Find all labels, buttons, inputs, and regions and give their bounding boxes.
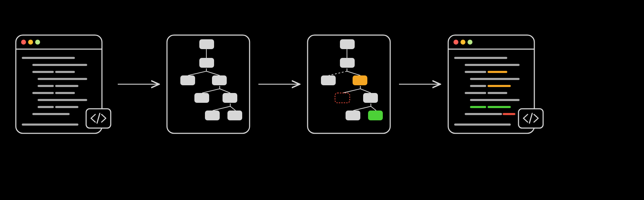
tree-node-deleted [335, 93, 350, 103]
tree-node [340, 58, 355, 68]
tree-node-added [368, 111, 383, 120]
traffic-light-red-icon [21, 40, 26, 45]
traffic-light-yellow-icon [28, 40, 33, 45]
stage-source-code [16, 35, 111, 133]
diagram-canvas [0, 0, 644, 200]
code-badge-icon [519, 109, 543, 128]
tree-node [180, 75, 195, 85]
traffic-light-yellow-icon [461, 40, 465, 45]
traffic-light-green-icon [35, 40, 40, 45]
tree-node-modified [353, 75, 367, 85]
tree-node [199, 39, 214, 49]
tree-node [194, 93, 209, 103]
tree-node [227, 111, 242, 120]
tree-node [212, 75, 227, 85]
tree [180, 39, 242, 120]
code-badge-icon [86, 109, 111, 128]
traffic-light-green-icon [468, 40, 472, 45]
stage-ast-tree [167, 35, 250, 133]
tree-node [205, 111, 220, 120]
tree-node [346, 111, 360, 120]
tree-node [321, 75, 336, 85]
stage-modified-ast-tree [308, 35, 390, 133]
code-lines [23, 58, 86, 125]
tree [321, 39, 383, 120]
traffic-light-red-icon [453, 40, 458, 45]
stage-modified-source-code [448, 35, 543, 133]
svg-line-19 [329, 71, 347, 75]
svg-line-20 [347, 71, 360, 75]
tree-node [340, 39, 355, 49]
tree-node [363, 93, 378, 103]
code-lines [455, 58, 519, 125]
tree-node [223, 93, 237, 103]
tree-node [199, 58, 214, 68]
